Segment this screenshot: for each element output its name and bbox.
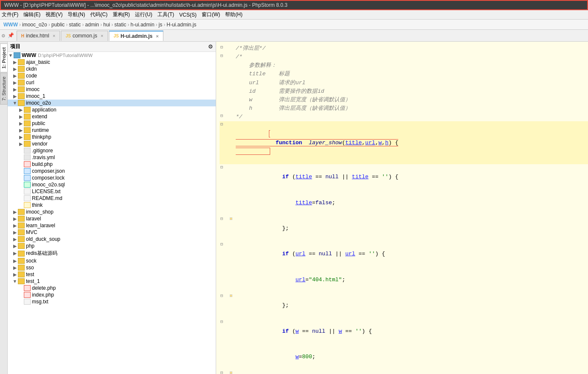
tree-item-msg-txt[interactable]: msg.txt	[8, 298, 216, 305]
breadcrumb-public[interactable]: public	[51, 22, 65, 28]
main-layout: 1: Project 7: Structure 项目 ⚙ ▼ WWW D:\ph…	[0, 42, 588, 374]
menu-vcs[interactable]: VCS(S)	[179, 12, 197, 18]
tree-item-laravel[interactable]: ▶ laravel	[8, 215, 216, 222]
tree-item-gitignore[interactable]: .gitignore	[8, 147, 216, 154]
code-text-assign3: w=800;	[232, 344, 588, 370]
tree-root[interactable]: ▼ WWW D:\php\PHPTutorial\WWW	[8, 52, 216, 59]
tab-common-js[interactable]: JS common.js ×	[61, 31, 108, 41]
tree-item-license-txt[interactable]: LICENSE.txt	[8, 188, 216, 195]
menu-bar: 文件(F) 编辑(E) 视图(V) 导航(N) 代码(C) 重构(R) 运行(U…	[0, 10, 588, 20]
code-area[interactable]: ⊟ /*弹出层*/ ⊟ /* 参数解释： title 标题	[216, 42, 588, 374]
code-line-close3: ⊟ };	[220, 370, 588, 374]
menu-refactor[interactable]: 重构(R)	[113, 11, 130, 18]
gear-icon[interactable]: ⚙	[2, 32, 5, 39]
left-panel-tabs: 1: Project 7: Structure	[0, 42, 8, 374]
tree-item-imooc[interactable]: ▶ imooc	[8, 86, 216, 93]
tree-item-ajax-basic[interactable]: ▶ ajax_basic	[8, 59, 216, 66]
tree-item-code[interactable]: ▶ code	[8, 72, 216, 79]
tab-index-html[interactable]: H index.html ×	[17, 31, 60, 41]
tree-item-index-php[interactable]: index.php	[8, 291, 216, 298]
tree-item-composer-json[interactable]: composer.json	[8, 168, 216, 174]
breadcrumb-js[interactable]: js	[159, 22, 163, 28]
menu-window[interactable]: 窗口(W)	[202, 11, 220, 18]
breadcrumb-h-ui-admin[interactable]: h-ui.admin	[131, 22, 154, 28]
breadcrumb-imooc-o2o[interactable]: imooc_o2o	[22, 22, 47, 28]
tree-item-old-duck-soup[interactable]: ▶ old_duck_soup	[8, 236, 216, 243]
sidebar: 项目 ⚙ ▼ WWW D:\php\PHPTutorial\WWW ▶ ajax…	[8, 42, 216, 374]
menu-navigate[interactable]: 导航(N)	[68, 11, 85, 18]
code-text-close3: };	[232, 370, 588, 374]
code-line-close2: ⊟ };	[220, 293, 588, 318]
code-text-9: */	[232, 113, 588, 121]
menu-view[interactable]: 视图(V)	[46, 11, 63, 18]
menu-tools[interactable]: 工具(T)	[157, 11, 174, 18]
left-tab-project[interactable]: 1: Project	[0, 43, 8, 72]
code-text-function: function layer_show(title,url,w,h) {	[232, 121, 588, 164]
menu-file[interactable]: 文件(F)	[2, 11, 18, 18]
code-text-if3: if (w == null || w == '') {	[232, 319, 588, 344]
code-text-assign1: title=false;	[232, 190, 588, 215]
tab-index-html-label: index.html	[26, 33, 49, 39]
tree-item-curl[interactable]: ▶ curl	[8, 79, 216, 86]
tree-item-build-php[interactable]: build.php	[8, 161, 216, 168]
menu-edit[interactable]: 编辑(E)	[23, 11, 40, 18]
code-text-4: title 标题	[232, 70, 588, 78]
tree-item-imooc-1[interactable]: ▶ imooc_1	[8, 93, 216, 100]
tree-item-php[interactable]: ▶ php	[8, 243, 216, 249]
tree-item-extend[interactable]: ▶ extend	[8, 113, 216, 120]
breadcrumb-hui[interactable]: hui	[103, 22, 110, 28]
code-text-2: /*	[232, 53, 588, 61]
code-line-2: ⊟ /*	[220, 53, 588, 61]
tree-item-imooc-o2o-sql[interactable]: imooc_o2o.sql	[8, 181, 216, 188]
pin-icon[interactable]: 📌	[8, 32, 14, 39]
tree-item-learn-laravel[interactable]: ▶ learn_laravel	[8, 222, 216, 229]
tree-item-sock[interactable]: ▶ sock	[8, 257, 216, 264]
code-text-3: 参数解释：	[232, 61, 588, 70]
tab-h-ui-admin-js-close[interactable]: ×	[156, 34, 158, 39]
menu-help[interactable]: 帮助(H)	[225, 11, 243, 18]
menu-code[interactable]: 代码(C)	[90, 11, 108, 18]
tree-item-redis[interactable]: ▶ redis基础源码	[8, 249, 216, 257]
breadcrumb-www[interactable]: WWW	[3, 22, 18, 28]
tree-item-application[interactable]: ▶ application	[8, 106, 216, 113]
tree-item-thinkphp[interactable]: ▶ thinkphp	[8, 134, 216, 140]
tree-item-ckdn[interactable]: ▶ ckdn	[8, 66, 216, 72]
code-text-close1: };	[232, 216, 588, 241]
tab-h-ui-admin-js[interactable]: JS H-ui.admin.js ×	[109, 31, 163, 41]
title-bar-text: WWW - [D:\php\PHPTutorial\WWW] - ...\imo…	[4, 2, 288, 8]
menu-run[interactable]: 运行(U)	[135, 11, 152, 18]
tree-item-public[interactable]: ▶ public	[8, 120, 216, 127]
tree-item-runtime[interactable]: ▶ runtime	[8, 127, 216, 134]
tab-common-js-icon: JS	[66, 34, 71, 38]
tab-common-js-close[interactable]: ×	[100, 33, 103, 38]
left-tab-structure[interactable]: 7: Structure	[0, 73, 8, 105]
code-line-assign2: url="404.html";	[220, 267, 588, 293]
sidebar-toolbar-gear[interactable]: ⚙	[208, 43, 213, 50]
tab-index-html-close[interactable]: ×	[53, 33, 55, 38]
code-line-8: h 弹出层高度（缺省调默认值）	[220, 104, 588, 113]
code-line-if1: ⊟ if (title == null || title == '') {	[220, 164, 588, 190]
tree-item-delete-php[interactable]: delete.php	[8, 285, 216, 291]
tree-item-think[interactable]: think	[8, 202, 216, 208]
tree-item-composer-lock[interactable]: composer.lock	[8, 174, 216, 181]
tree-item-imooc-shop[interactable]: ▶ imooc_shop	[8, 208, 216, 215]
tree-item-vendor[interactable]: ▶ vendor	[8, 140, 216, 147]
breadcrumb-file[interactable]: H-ui.admin.js	[167, 22, 197, 28]
tree-item-test-1[interactable]: ▼ test_1	[8, 278, 216, 285]
code-line-6: id 需要操作的数据id	[220, 87, 588, 96]
breadcrumb-bar: WWW › imooc_o2o › public › static › admi…	[0, 20, 588, 30]
breadcrumb-admin[interactable]: admin	[85, 22, 99, 28]
code-text-8: h 弹出层高度（缺省调默认值）	[232, 104, 588, 113]
tree-item-mvc[interactable]: ▶ MVC	[8, 229, 216, 236]
tree-item-test[interactable]: ▶ test	[8, 271, 216, 278]
tree-item-imooc-o2o[interactable]: ▼ imooc_o2o	[8, 100, 216, 106]
tab-common-js-label: common.js	[72, 33, 97, 39]
tree-item-travis-yml[interactable]: .travis.yml	[8, 154, 216, 161]
breadcrumb-static[interactable]: static	[69, 22, 81, 28]
code-text-if1: if (title == null || title == '') {	[232, 164, 588, 190]
breadcrumb-static2[interactable]: static	[114, 22, 126, 28]
tree-item-readme-md[interactable]: README.md	[8, 195, 216, 202]
tree-item-sso[interactable]: ▶ sso	[8, 264, 216, 271]
code-line-assign3: w=800;	[220, 344, 588, 370]
code-line-if3: ⊟ if (w == null || w == '') {	[220, 319, 588, 344]
